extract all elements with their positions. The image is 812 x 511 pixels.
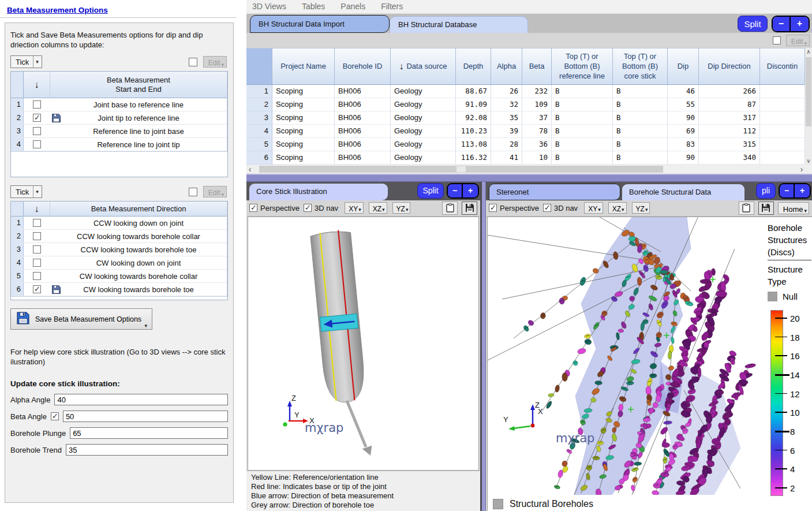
- 3d-nav-checkbox[interactable]: [543, 204, 551, 212]
- column-header-borehole-id[interactable]: Borehole ID: [335, 48, 391, 85]
- minimize-button[interactable]: −: [448, 184, 463, 197]
- table-vertical-scrollbar[interactable]: [805, 48, 812, 165]
- menu-panels[interactable]: Panels: [340, 2, 365, 11]
- core-stick-viewport[interactable]: Z Y X mχrap: [248, 217, 479, 471]
- table-edit-checkbox[interactable]: [773, 36, 781, 44]
- perspective-checkbox[interactable]: [249, 204, 257, 212]
- copy-to-clipboard-button[interactable]: [442, 202, 458, 215]
- tab-bh-structural-data-import[interactable]: BH Structural Data Import: [250, 15, 390, 33]
- scrollbar-thumb[interactable]: [806, 57, 811, 126]
- edit-button-2[interactable]: Edit: [203, 186, 227, 197]
- tick-dropdown-2[interactable]: Tick: [10, 185, 42, 198]
- menu-filters[interactable]: Filters: [381, 2, 403, 11]
- table-row[interactable]: 2ScopingBH006Geology91.0932109BB5587: [246, 98, 805, 111]
- maximize-button[interactable]: +: [795, 184, 810, 197]
- home-view-button[interactable]: Home: [778, 202, 809, 214]
- tab-core-stick-illustration[interactable]: Core Stick Illustration: [249, 184, 388, 200]
- tab-bh-structural-database[interactable]: BH Structural Database: [390, 16, 528, 33]
- column-header-dip-direction[interactable]: Dip Direction: [699, 48, 760, 85]
- option-checkbox[interactable]: [33, 285, 41, 293]
- edit-checkbox-2[interactable]: [189, 188, 197, 196]
- split-button[interactable]: Split: [417, 183, 444, 199]
- scroll-down-icon[interactable]: [805, 156, 812, 165]
- option-checkbox[interactable]: [33, 219, 41, 227]
- column-header-rownum[interactable]: [246, 48, 272, 85]
- tab-borehole-structural-data[interactable]: Borehole Structural Data: [622, 184, 744, 200]
- edit-button-1[interactable]: Edit: [203, 56, 227, 68]
- alpha-angle-input[interactable]: [54, 394, 228, 405]
- option-checkbox[interactable]: [33, 245, 41, 253]
- option-checkbox[interactable]: [33, 232, 41, 240]
- view-xy-button[interactable]: XY: [345, 202, 364, 214]
- view-xy-button[interactable]: XY: [584, 202, 603, 214]
- 3d-nav-checkbox[interactable]: [304, 204, 312, 212]
- column-header-dip[interactable]: Dip: [668, 48, 699, 85]
- scroll-up-icon[interactable]: [805, 48, 812, 56]
- tab-stereonet[interactable]: Stereonet: [489, 184, 620, 200]
- table-row[interactable]: 3ScopingBH006Geology92.083537BB90317: [246, 111, 805, 125]
- view-yz-button[interactable]: YZ: [392, 202, 411, 214]
- scrollbar-thumb[interactable]: [259, 166, 663, 173]
- save-image-button[interactable]: [758, 202, 774, 215]
- page-title[interactable]: Beta Measurement Options: [7, 6, 246, 14]
- menu-tables[interactable]: Tables: [302, 2, 325, 11]
- option-checkbox[interactable]: [33, 259, 41, 267]
- borehole-trend-input[interactable]: [66, 444, 228, 456]
- option-row[interactable]: 1Joint base to reference line: [11, 98, 227, 111]
- column-header-data-source[interactable]: ↓Data source: [391, 48, 456, 85]
- option-checkbox[interactable]: [33, 127, 41, 135]
- save-image-button[interactable]: [462, 202, 477, 215]
- table-row[interactable]: 1ScopingBH006Geology88.6726232BB46266: [246, 85, 805, 98]
- column-header-beta[interactable]: Beta: [522, 48, 552, 85]
- copy-to-clipboard-button[interactable]: [739, 202, 754, 215]
- beta-angle-input[interactable]: [63, 411, 228, 422]
- column-header-project-name[interactable]: Project Name: [272, 48, 335, 85]
- maximize-button[interactable]: +: [791, 17, 809, 31]
- option-row[interactable]: 6CW looking towards borehole toe: [11, 283, 227, 296]
- view-yz-button[interactable]: YZ: [632, 202, 650, 214]
- minimize-button[interactable]: −: [773, 17, 791, 31]
- borehole-plunge-input[interactable]: [70, 427, 228, 439]
- column-header-top-t-or[interactable]: Top (T) or Bottom (B) core stick: [613, 48, 668, 85]
- option-checkbox[interactable]: [33, 114, 41, 122]
- menu-3d-views[interactable]: 3D Views: [252, 2, 286, 11]
- split-button[interactable]: Split: [738, 16, 768, 32]
- table-row[interactable]: 4ScopingBH006Geology110.233978BB69112: [246, 125, 805, 138]
- option-row[interactable]: 2Joint tip to reference line: [11, 111, 227, 125]
- view-xz-button[interactable]: XZ: [369, 202, 387, 214]
- perspective-checkbox[interactable]: [489, 204, 497, 212]
- horizontal-splitter[interactable]: [246, 174, 812, 182]
- maximize-button[interactable]: +: [463, 184, 478, 197]
- option-row[interactable]: 4Reference line to joint tip: [11, 138, 227, 151]
- column-header-top-t-or[interactable]: Top (T) or Bottom (B) reference line: [552, 48, 613, 85]
- table-row[interactable]: 5ScopingBH006Geology113.082836BB83315: [246, 138, 805, 151]
- option-row[interactable]: 3CCW looking towards borehole toe: [11, 243, 227, 256]
- save-beta-options-button[interactable]: Save Beta Measurement Options: [10, 308, 152, 330]
- option-row[interactable]: 2CCW looking towards borehole collar: [11, 230, 227, 243]
- minimize-button[interactable]: −: [780, 184, 795, 197]
- edit-checkbox-1[interactable]: [189, 58, 197, 66]
- option-table-header[interactable]: Beta Measurement Start and End: [50, 72, 227, 98]
- scroll-right-icon[interactable]: [798, 165, 805, 173]
- field-checkbox[interactable]: [51, 412, 59, 420]
- option-checkbox[interactable]: [33, 272, 41, 280]
- vertical-splitter[interactable]: [480, 182, 486, 511]
- option-table-header[interactable]: Beta Measurement Direction: [50, 202, 227, 216]
- table-edit-button[interactable]: Edit: [786, 35, 810, 46]
- table-horizontal-scrollbar[interactable]: [246, 165, 812, 174]
- scroll-left-icon[interactable]: [246, 165, 253, 173]
- column-header-alpha[interactable]: Alpha: [491, 48, 522, 85]
- tick-dropdown-1[interactable]: Tick: [10, 55, 42, 68]
- option-row[interactable]: 1CCW looking down on joint: [11, 217, 227, 230]
- stereonet-3d-viewport[interactable]: Z X Y mχrap: [488, 217, 764, 495]
- table-row[interactable]: 6ScopingBH006Geology116.324110BB90340: [246, 151, 805, 165]
- option-checkbox[interactable]: [33, 100, 41, 109]
- column-header-discontin[interactable]: Discontin: [760, 48, 805, 85]
- view-xz-button[interactable]: XZ: [608, 202, 627, 214]
- option-row[interactable]: 5CW looking towards borehole collar: [11, 270, 227, 283]
- split-button[interactable]: pli: [756, 183, 776, 199]
- column-header-depth[interactable]: Depth: [456, 48, 491, 85]
- option-row[interactable]: 3Reference line to joint base: [11, 125, 227, 138]
- option-checkbox[interactable]: [33, 140, 41, 148]
- option-row[interactable]: 4CW looking down on joint: [11, 256, 227, 270]
